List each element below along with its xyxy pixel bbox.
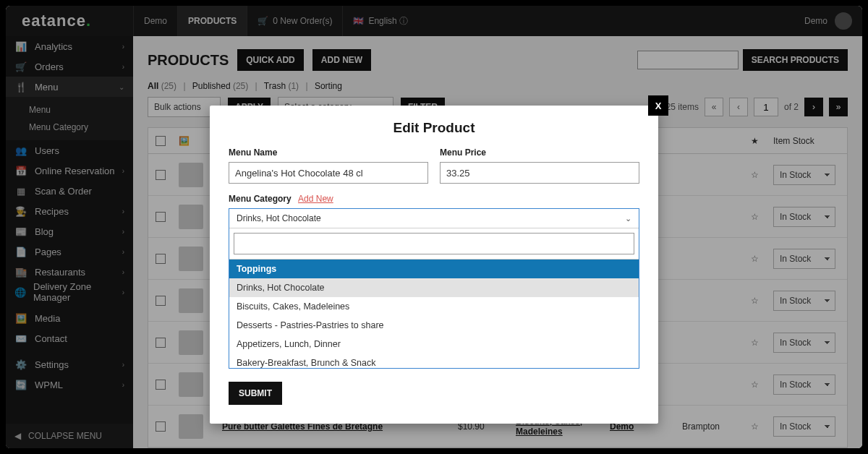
modal-close-button[interactable]: X (648, 95, 668, 116)
modal-title: Edit Product (229, 120, 639, 136)
menu-price-input[interactable] (440, 162, 639, 184)
category-option[interactable]: Toppings (229, 260, 639, 278)
category-display[interactable]: Drinks, Hot Chocolate ⌄ (229, 209, 639, 228)
menu-name-input[interactable] (229, 162, 428, 184)
category-option[interactable]: Drinks, Hot Chocolate (229, 278, 639, 297)
category-search-input[interactable] (234, 233, 634, 254)
menu-name-label: Menu Name (229, 147, 428, 158)
add-new-category-link[interactable]: Add New (298, 194, 333, 204)
category-options-list: ToppingsDrinks, Hot ChocolateBiscuits, C… (229, 260, 639, 368)
menu-category-label: Menu Category (229, 194, 292, 204)
menu-price-label: Menu Price (440, 147, 639, 158)
category-option[interactable]: Appetizers, Lunch, Dinner (229, 335, 639, 354)
edit-product-modal: X Edit Product Menu Name Menu Price Menu… (210, 106, 658, 424)
category-option[interactable]: Biscuits, Cakes, Madeleines (229, 297, 639, 316)
submit-button[interactable]: SUBMIT (229, 382, 282, 405)
category-option[interactable]: Bakery-Breakfast, Brunch & Snack (229, 354, 639, 368)
category-option[interactable]: Desserts - Pastries-Pastries to share (229, 316, 639, 335)
category-multiselect[interactable]: Drinks, Hot Chocolate ⌄ ToppingsDrinks, … (229, 208, 639, 369)
chevron-down-icon: ⌄ (625, 214, 631, 223)
